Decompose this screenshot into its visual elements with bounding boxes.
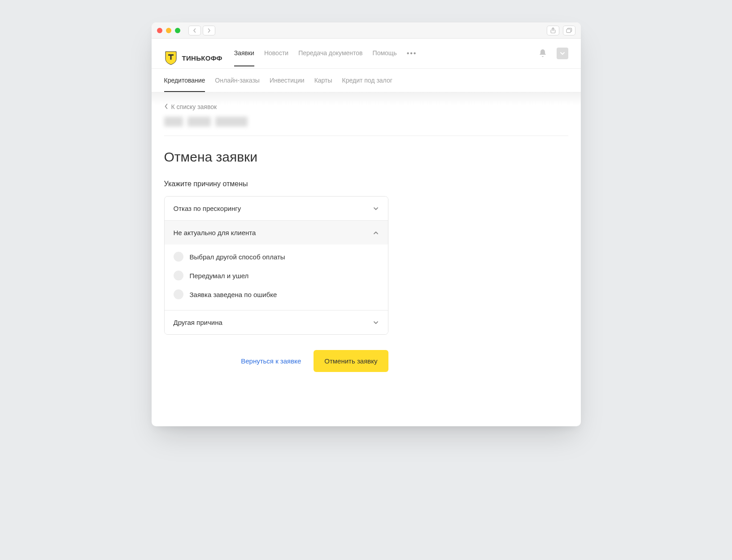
accordion-body: Выбрал другой способ оплаты Передумал и … (165, 245, 388, 310)
reason-option-other-payment[interactable]: Выбрал другой способ оплаты (165, 247, 388, 266)
browser-window: ТИНЬКОФФ Заявки Новости Передача докумен… (152, 22, 581, 426)
app-header: ТИНЬКОФФ Заявки Новости Передача докумен… (152, 39, 581, 69)
minimize-window-button[interactable] (166, 28, 171, 33)
chevron-down-icon (373, 319, 379, 326)
main-content: К списку заявок Отмена заявки Укажите пр… (152, 103, 581, 426)
cancel-application-button[interactable]: Отменить заявку (314, 350, 388, 372)
subtab-investments[interactable]: Инвестиции (270, 69, 305, 92)
page-title: Отмена заявки (164, 149, 568, 165)
tab-news[interactable]: Новости (264, 49, 288, 66)
tab-applications[interactable]: Заявки (234, 49, 254, 66)
brand-logo[interactable]: ТИНЬКОФФ (164, 51, 222, 65)
svg-rect-2 (566, 29, 571, 33)
subtab-secured-loan[interactable]: Кредит под залог (342, 69, 392, 92)
radio-icon (174, 289, 183, 299)
cancel-reason-accordion: Отказ по прескорингу Не актуально для кл… (164, 196, 388, 335)
breadcrumb-label: К списку заявок (171, 103, 217, 110)
subtab-lending[interactable]: Кредитование (164, 69, 205, 92)
tab-help[interactable]: Помощь (373, 49, 397, 66)
breadcrumb-back[interactable]: К списку заявок (164, 103, 568, 110)
option-label: Заявка заведена по ошибке (190, 291, 277, 298)
accordion-label: Другая причина (174, 319, 222, 326)
traffic-lights (157, 28, 180, 33)
share-button[interactable] (547, 26, 559, 35)
reason-option-created-by-mistake[interactable]: Заявка заведена по ошибке (165, 285, 388, 304)
titlebar-right-controls (547, 26, 575, 35)
app-root: ТИНЬКОФФ Заявки Новости Передача докумен… (152, 39, 581, 426)
option-label: Передумал и ушел (190, 272, 249, 280)
reason-option-changed-mind[interactable]: Передумал и ушел (165, 266, 388, 285)
radio-icon (174, 271, 183, 280)
header-right (537, 48, 568, 68)
accordion-header[interactable]: Другая причина (165, 311, 388, 334)
zoom-window-button[interactable] (175, 28, 180, 33)
tab-document-transfer[interactable]: Передача документов (298, 49, 362, 66)
notifications-button[interactable] (537, 48, 549, 59)
brand-name: ТИНЬКОФФ (182, 54, 222, 62)
reason-prompt: Укажите причину отмены (164, 180, 568, 188)
chevron-up-icon (373, 230, 379, 236)
back-to-application-button[interactable]: Вернуться к заявке (241, 357, 301, 365)
svg-rect-4 (170, 54, 171, 60)
brand-logo-icon (164, 51, 178, 65)
tabs-button[interactable] (563, 26, 575, 35)
accordion-item-not-relevant: Не актуально для клиента Выбрал другой с… (165, 220, 388, 310)
browser-nav-arrows (188, 26, 215, 35)
accordion-label: Не актуально для клиента (174, 229, 256, 236)
accordion-item-prescoring-decline: Отказ по прескорингу (165, 197, 388, 220)
form-actions: Вернуться к заявке Отменить заявку (164, 350, 388, 372)
subtab-online-orders[interactable]: Онлайн-заказы (215, 69, 260, 92)
chevron-down-icon (373, 206, 379, 212)
accordion-label: Отказ по прескорингу (174, 205, 241, 212)
close-window-button[interactable] (157, 28, 162, 33)
divider (164, 136, 568, 136)
browser-back-button[interactable] (188, 26, 201, 35)
chevron-left-icon (164, 103, 169, 110)
accordion-item-other-reason: Другая причина (165, 310, 388, 334)
browser-forward-button[interactable] (203, 26, 215, 35)
window-titlebar (152, 22, 581, 39)
more-tabs-button[interactable]: ••• (407, 49, 417, 66)
accordion-header[interactable]: Не актуально для клиента (165, 221, 388, 245)
accordion-header[interactable]: Отказ по прескорингу (165, 197, 388, 220)
subtab-cards[interactable]: Карты (314, 69, 332, 92)
option-label: Выбрал другой способ оплаты (190, 253, 285, 261)
account-menu-button[interactable] (557, 48, 568, 59)
radio-icon (174, 252, 183, 262)
redacted-client-name (164, 117, 568, 127)
sub-tabs: Кредитование Онлайн-заказы Инвестиции Ка… (152, 69, 581, 92)
primary-tabs: Заявки Новости Передача документов Помощ… (234, 49, 537, 66)
